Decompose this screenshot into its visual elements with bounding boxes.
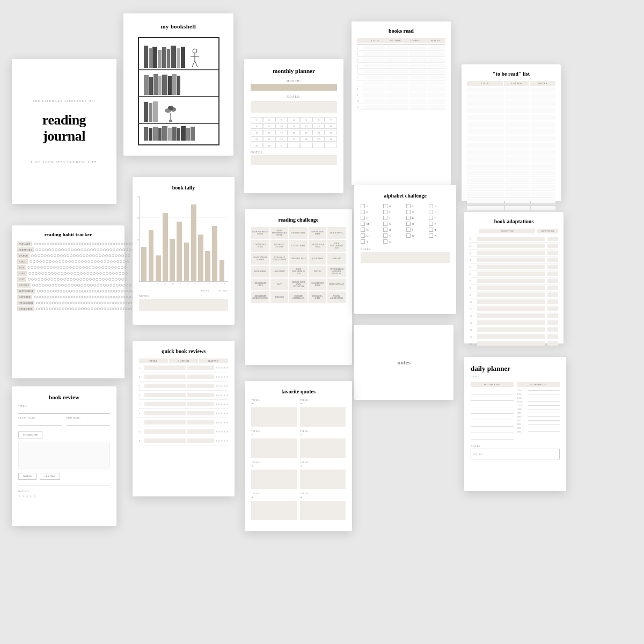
list-item bbox=[467, 115, 555, 121]
list-item: 1PM bbox=[517, 412, 560, 414]
list-item: MODERN BESTSELLER bbox=[289, 291, 308, 303]
title-line bbox=[18, 408, 110, 414]
monthly-planner-card: monthly planner MONTH: GOALS: 1 2 3 4 5 … bbox=[244, 59, 343, 193]
list-item: 9AM bbox=[517, 397, 560, 399]
list-item: AUTHOR FROM ANOTHER COUNTRY bbox=[327, 266, 346, 277]
list-item: S bbox=[406, 228, 427, 232]
adapt-header: BOOK TITLE ADAPTATION bbox=[470, 229, 558, 233]
list-item: BOOK SERIES bbox=[251, 266, 269, 277]
books-read-header: TITLE AUTHOR GENRE NOTES bbox=[357, 38, 445, 45]
list-item: G bbox=[406, 210, 427, 214]
thoughts-area bbox=[18, 442, 110, 469]
list-item: PLAY bbox=[270, 279, 289, 290]
habit-tracker-card: reading habit tracker JANUARYFEBRUARYMAR… bbox=[12, 225, 125, 378]
daily-date-label: DATE: bbox=[471, 375, 560, 378]
list-item bbox=[467, 157, 555, 163]
list-item: 2PM bbox=[517, 415, 560, 418]
list-item: 3 ★★★★★ bbox=[139, 384, 228, 391]
list-item bbox=[467, 164, 555, 170]
list-item: TITLE: ❝ bbox=[300, 461, 346, 489]
list-item: M bbox=[361, 222, 382, 226]
list-item: DEBUT NOVEL bbox=[327, 227, 346, 239]
list-item: Y bbox=[361, 239, 382, 244]
list-item: X bbox=[429, 233, 450, 238]
list-item: T bbox=[429, 228, 450, 232]
table-row: 6 bbox=[357, 76, 445, 80]
svg-rect-41 bbox=[177, 128, 180, 141]
list-item: 13 bbox=[470, 319, 558, 326]
svg-rect-40 bbox=[172, 127, 177, 141]
list-item: BOOK PUBLISHED IN 2023 bbox=[327, 240, 346, 252]
table-row: 7 bbox=[357, 82, 445, 86]
svg-rect-6 bbox=[152, 47, 157, 68]
list-item: L bbox=[429, 216, 450, 220]
review-th-title: TITLE bbox=[139, 358, 168, 363]
bar-4 bbox=[163, 213, 168, 281]
cal-row-4: 22 23 24 25 26 27 28 bbox=[251, 136, 337, 142]
bottom-btns: NOTES QUOTES bbox=[18, 473, 110, 480]
todo-col: TO-DO LIST bbox=[471, 382, 514, 441]
tally-notes-label: NOTES bbox=[139, 295, 228, 297]
list-item bbox=[467, 122, 555, 128]
cal-row-2: 8 9 10 11 12 13 14 bbox=[251, 123, 337, 129]
list-item: W bbox=[406, 233, 427, 238]
dates-row: START DATE: END DATE: bbox=[18, 416, 110, 428]
list-item: K bbox=[406, 216, 427, 220]
review-th-rating: RATING bbox=[199, 358, 228, 363]
notes-inner-label: notes bbox=[473, 453, 483, 456]
list-item bbox=[467, 136, 555, 142]
bar-5 bbox=[170, 239, 175, 282]
list-item bbox=[467, 101, 555, 107]
goals-label: GOALS: bbox=[251, 95, 337, 98]
list-item: D bbox=[429, 204, 450, 208]
reading-journal-title-line2: journal bbox=[43, 128, 85, 144]
svg-rect-43 bbox=[186, 128, 190, 141]
bar-9 bbox=[198, 235, 203, 281]
list-item: FEBRUARY bbox=[327, 253, 346, 265]
alpha-notes-box bbox=[361, 252, 450, 263]
reading-journal-subtitle-top: THE LITERARY LIFESTYLE OF: bbox=[33, 99, 96, 103]
list-item: JULY bbox=[17, 277, 119, 282]
table-row: 5 bbox=[357, 70, 445, 75]
list-item: CLASSIC BOOK bbox=[289, 240, 308, 252]
col-author: AUTHOR bbox=[385, 38, 405, 43]
col-title: TITLE bbox=[365, 38, 385, 43]
list-item: 10 bbox=[470, 298, 558, 305]
list-item: N bbox=[383, 222, 404, 226]
tally-chart: 20 15 10 5 bbox=[139, 196, 228, 282]
list-item: 12 bbox=[470, 312, 558, 319]
rating-label: RATING: bbox=[18, 490, 110, 493]
list-item: TITLE: ❝ bbox=[251, 492, 297, 520]
challenge-grid: BOOK UNDER 150 PAGESBOOK RECOMMENDED TO … bbox=[251, 227, 346, 303]
thoughts-btn[interactable]: THOUGHTS bbox=[18, 431, 42, 438]
list-item: 7AM bbox=[517, 389, 560, 392]
tally-footer: GOAL: TOTAL: bbox=[139, 289, 228, 292]
list-item: 4 ★★★★★ bbox=[139, 393, 228, 400]
cal-row-1: 1 2 3 4 5 6 7 bbox=[251, 117, 337, 122]
list-item: HISTORICAL FICTION bbox=[270, 240, 289, 252]
table-row: 2 bbox=[357, 52, 445, 57]
svg-rect-9 bbox=[167, 49, 170, 68]
list-item bbox=[467, 171, 555, 177]
notes-btn[interactable]: NOTES bbox=[18, 473, 36, 480]
list-item: 9 ★★★★★ bbox=[139, 438, 228, 445]
svg-rect-27 bbox=[149, 103, 152, 122]
list-item: 8AM bbox=[517, 393, 560, 396]
bookshelf-card: my bookshelf bbox=[123, 13, 233, 156]
tbr-col-notes: NOTES bbox=[530, 81, 555, 86]
svg-rect-19 bbox=[149, 77, 153, 95]
svg-rect-24 bbox=[172, 74, 177, 95]
tbr-header: TITLE AUTHOR NOTES bbox=[467, 81, 555, 86]
habit-tracker-months: JANUARYFEBRUARYMARCHAPRILMAYJUNEJULYAUGU… bbox=[17, 241, 119, 311]
list-item: APRIL bbox=[17, 259, 119, 264]
books-read-card: books read TITLE AUTHOR GENRE NOTES 1 2 … bbox=[352, 21, 451, 185]
svg-rect-18 bbox=[144, 75, 149, 95]
svg-point-13 bbox=[193, 49, 197, 53]
svg-rect-42 bbox=[181, 126, 186, 141]
quotes-btn[interactable]: QUOTES bbox=[40, 473, 60, 480]
list-item: TERMINAL READ bbox=[289, 253, 308, 265]
tbr-rows bbox=[467, 87, 555, 226]
list-item: TITLE: ❝ bbox=[300, 399, 346, 427]
tally-notes-box bbox=[139, 299, 228, 311]
page-container: THE LITERARY LIFESTYLE OF: reading journ… bbox=[0, 0, 644, 644]
